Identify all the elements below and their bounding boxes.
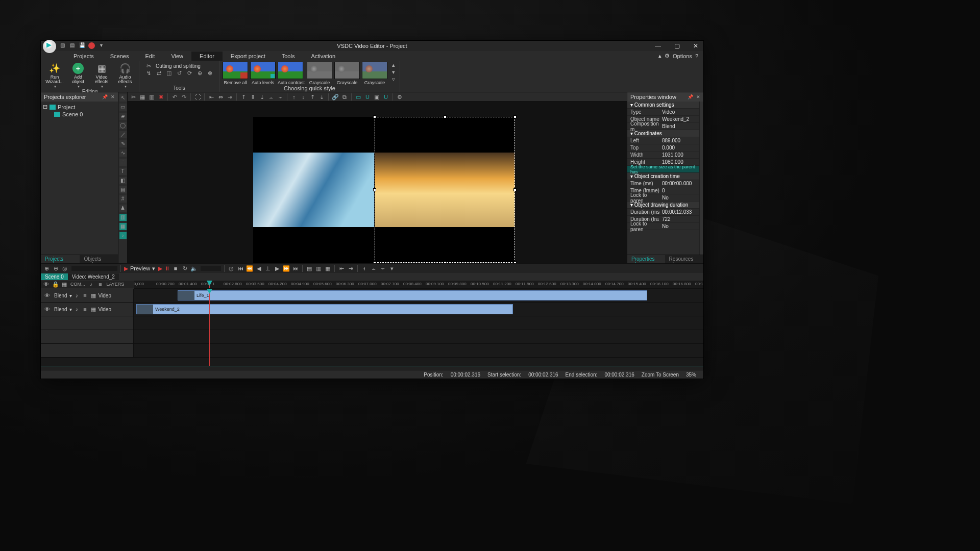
- help-icon[interactable]: ?: [695, 53, 698, 59]
- align-right-icon[interactable]: ⇥: [226, 93, 233, 101]
- zoom-slider[interactable]: [71, 266, 117, 271]
- mark-in-icon[interactable]: ⊥: [264, 265, 272, 272]
- distribute-v-icon[interactable]: ⫟: [277, 93, 284, 101]
- redo-icon[interactable]: ↷: [180, 93, 187, 101]
- menu-tools[interactable]: Tools: [274, 52, 303, 61]
- tab-resources[interactable]: Resources win...: [665, 255, 703, 263]
- underline2-icon[interactable]: U: [382, 93, 389, 101]
- tool-icon[interactable]: ⊕: [197, 70, 203, 76]
- video-effects-button[interactable]: ▦Video effects: [91, 62, 112, 89]
- menu-view[interactable]: View: [163, 52, 191, 61]
- style-auto-contrast[interactable]: Auto contrast: [278, 62, 305, 85]
- menu-edit[interactable]: Edit: [137, 52, 163, 61]
- pause-button[interactable]: ⏸: [164, 265, 170, 271]
- align-left-icon[interactable]: ⇤: [208, 93, 215, 101]
- menu-projects[interactable]: Projects: [65, 52, 102, 61]
- track-opt-icon[interactable]: ▦: [324, 265, 331, 272]
- pin-icon[interactable]: 📌: [102, 94, 108, 99]
- paste-icon[interactable]: ▥: [148, 93, 155, 101]
- menu-export[interactable]: Export project: [223, 52, 274, 61]
- underline-icon[interactable]: U: [364, 93, 371, 101]
- tree-project-node[interactable]: ⊟Project: [43, 104, 116, 110]
- split-icon[interactable]: ⫠: [370, 265, 377, 272]
- property-row[interactable]: Lock to parenNo: [627, 194, 699, 202]
- ungroup-icon[interactable]: ⧉: [341, 93, 348, 101]
- ellipse-tool-icon[interactable]: ◯: [119, 122, 127, 129]
- audio-tool-icon[interactable]: ♪: [119, 232, 127, 239]
- properties-grid[interactable]: ▾ Common settingsTypeVideoObject nameWee…: [627, 102, 699, 255]
- save-icon[interactable]: 💾: [79, 42, 85, 49]
- chart-tool-icon[interactable]: ▤: [119, 186, 127, 193]
- tab-properties[interactable]: Properties win...: [627, 255, 665, 263]
- bring-front-icon[interactable]: ↑: [290, 93, 298, 101]
- cut-icon[interactable]: ✂: [130, 93, 137, 101]
- forward-icon[interactable]: ⇡: [309, 93, 316, 101]
- shape-tool-icon[interactable]: ▰: [119, 113, 127, 120]
- eye-icon[interactable]: 👁: [43, 281, 49, 287]
- playhead-line[interactable]: [209, 289, 210, 366]
- video-tool-icon[interactable]: ▥: [119, 214, 127, 221]
- record-icon[interactable]: [88, 42, 95, 49]
- style-auto-levels[interactable]: Auto levels: [250, 62, 276, 85]
- animation-tool-icon[interactable]: ♟: [119, 205, 127, 212]
- close-button[interactable]: ✕: [693, 42, 698, 49]
- timeline-clip[interactable]: Life_1: [178, 290, 647, 300]
- scrollbar[interactable]: [699, 102, 703, 255]
- menu-scenes[interactable]: Scenes: [102, 52, 137, 61]
- undo-icon[interactable]: ↶: [171, 93, 178, 101]
- tab-projects-explorer[interactable]: Projects explorer: [41, 255, 80, 263]
- split-more-icon[interactable]: ▾: [388, 265, 396, 272]
- tool-icon[interactable]: ⟳: [186, 70, 192, 76]
- property-row[interactable]: Width1031.000: [627, 152, 699, 159]
- zoom-extent-icon[interactable]: ◎: [61, 265, 68, 272]
- timeline-track[interactable]: 👁Blend▾♪≡▦VideoLife_1: [41, 289, 703, 303]
- property-row[interactable]: Set the same size as the parent has: [627, 166, 699, 173]
- clip-preview-life[interactable]: [253, 117, 374, 263]
- eye-icon[interactable]: 👁: [44, 306, 50, 312]
- overlay-icon[interactable]: ▣: [373, 93, 380, 101]
- counter-tool-icon[interactable]: #: [119, 195, 127, 203]
- run-wizard-button[interactable]: ✨Run Wizard...: [44, 62, 65, 89]
- style-remove-all[interactable]: Remove all: [223, 62, 248, 85]
- property-row[interactable]: Lock to parenNo: [627, 223, 699, 230]
- split-icon[interactable]: ⫟: [379, 265, 386, 272]
- prev-frame-icon[interactable]: ⏪: [246, 265, 253, 272]
- stopwatch-icon[interactable]: ◷: [228, 265, 235, 272]
- go-end-icon[interactable]: ⏭: [292, 265, 299, 272]
- ribbon-collapse-icon[interactable]: ▴: [658, 53, 662, 59]
- rect-tool-icon[interactable]: ▭: [119, 104, 127, 111]
- settings-icon[interactable]: ⚙: [665, 53, 670, 59]
- split-icon[interactable]: ⫞: [361, 265, 368, 272]
- cutting-splitting-button[interactable]: ✂Cutting and splitting: [145, 63, 213, 69]
- tooltip-tool-icon[interactable]: ◧: [119, 177, 127, 184]
- track-opt-icon[interactable]: ▤: [306, 265, 313, 272]
- playhead[interactable]: [209, 281, 210, 288]
- pin-icon[interactable]: 📌: [688, 94, 693, 99]
- line-tool-icon[interactable]: ／: [119, 131, 127, 138]
- timeline-clip[interactable]: Weekend_2: [136, 304, 513, 314]
- track-header[interactable]: 👁Blend▾♪≡▦Video: [41, 289, 134, 302]
- curve-tool-icon[interactable]: ∿: [119, 149, 127, 157]
- stop-button[interactable]: ■: [172, 265, 179, 272]
- zoom-in-icon[interactable]: ⊕: [43, 265, 50, 272]
- time-ruler[interactable]: 0,00000:00.70000:01.40000:02.100:02.8000…: [134, 281, 703, 289]
- play-button[interactable]: ▶: [158, 265, 162, 272]
- options-label[interactable]: Options: [673, 53, 692, 59]
- style-grayscale-3[interactable]: Grayscale: [362, 62, 387, 85]
- text-tool-icon[interactable]: T: [119, 168, 127, 175]
- image-tool-icon[interactable]: ▦: [119, 223, 127, 230]
- track-header[interactable]: 👁Blend▾♪≡▦Video: [41, 303, 134, 316]
- align-center-h-icon[interactable]: ⇔: [217, 93, 224, 101]
- align-bottom-icon[interactable]: ⤓: [258, 93, 265, 101]
- cursor-tool-icon[interactable]: ↖: [119, 94, 127, 102]
- marker-icon[interactable]: ⇤: [338, 265, 345, 272]
- group-icon[interactable]: 🔗: [332, 93, 339, 101]
- property-row[interactable]: Time (ms)00:00:00.000: [627, 180, 699, 187]
- go-start-icon[interactable]: ⏮: [237, 265, 244, 272]
- new-project-icon[interactable]: ▧: [59, 42, 66, 49]
- frame-icon[interactable]: ▭: [355, 93, 362, 101]
- mute-icon[interactable]: 🔈: [190, 265, 198, 272]
- fit-icon[interactable]: ⛶: [194, 93, 201, 101]
- eye-icon[interactable]: 👁: [44, 292, 50, 298]
- minimize-button[interactable]: —: [655, 42, 661, 49]
